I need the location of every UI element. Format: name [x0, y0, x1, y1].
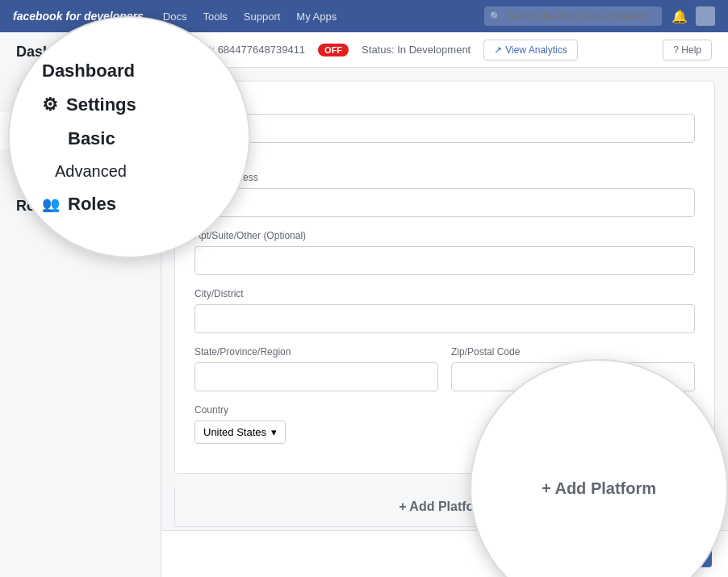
settings-circle-label: Settings — [66, 94, 136, 115]
apt-field-wrap: Apt/Suite/Other (Optional) — [195, 230, 695, 275]
city-input[interactable] — [195, 304, 695, 333]
nav-icons: 🔔 — [672, 6, 715, 26]
street-label: Street Address — [195, 172, 695, 183]
city-field-wrap: City/District — [195, 288, 695, 333]
state-label: State/Province/Region — [195, 346, 438, 357]
circle-menu-advanced[interactable]: Advanced — [42, 156, 216, 187]
nav-docs[interactable]: Docs — [163, 10, 187, 23]
email-input[interactable] — [195, 114, 695, 143]
state-field-wrap: State/Province/Region — [195, 346, 438, 391]
nav-circle-overlay: Dashboard ⚙ Settings Basic Advanced 👥 Ro… — [8, 16, 250, 258]
chevron-down-icon: ▾ — [271, 426, 277, 438]
add-platform-circle-text: + Add Platform — [542, 479, 656, 498]
status-text: Status: In Development — [362, 44, 471, 56]
view-analytics-button[interactable]: ↗ View Analytics — [483, 40, 577, 61]
circle-menu-roles[interactable]: 👥 Roles — [42, 187, 216, 221]
toggle-button[interactable]: OFF — [318, 44, 349, 56]
country-value: United States — [203, 426, 266, 438]
nav-support[interactable]: Support — [244, 10, 281, 23]
help-button[interactable]: ? Help — [663, 40, 712, 61]
nav-myapps[interactable]: My Apps — [296, 10, 337, 23]
street-input[interactable] — [195, 188, 695, 217]
email-field-wrap: Email — [195, 98, 695, 143]
nav-search-wrap — [484, 6, 662, 26]
country-select[interactable]: United States ▾ — [195, 420, 286, 444]
search-input[interactable] — [484, 6, 662, 26]
basic-circle-label: Basic — [68, 128, 115, 149]
circle-menu-settings[interactable]: ⚙ Settings — [42, 88, 216, 122]
state-input[interactable] — [195, 362, 438, 391]
email-label: Email — [195, 98, 695, 109]
app-bar: APP ID: 684477648739411 OFF Status: In D… — [161, 32, 728, 68]
help-icon: ? — [673, 44, 679, 56]
advanced-circle-label: Advanced — [55, 162, 127, 181]
dashboard-circle-label: Dashboard — [42, 61, 135, 82]
nav-links: Docs Tools Support My Apps — [163, 10, 484, 23]
apt-input[interactable] — [195, 246, 695, 275]
settings-gear-icon: ⚙ — [42, 94, 58, 115]
circle-menu-basic[interactable]: Basic — [42, 122, 216, 156]
zip-label: Zip/Postal Code — [451, 346, 695, 357]
circle-menu-dashboard[interactable]: Dashboard — [42, 54, 216, 88]
roles-circle-label: Roles — [68, 194, 116, 215]
user-avatar[interactable] — [696, 6, 715, 26]
roles-icon: 👥 — [42, 195, 60, 213]
nav-tools[interactable]: Tools — [203, 10, 227, 23]
analytics-icon: ↗ — [494, 44, 502, 56]
address-label: Address — [195, 156, 695, 167]
street-field-wrap: Street Address — [195, 172, 695, 217]
bell-icon[interactable]: 🔔 — [672, 9, 688, 24]
city-label: City/District — [195, 288, 695, 299]
toggle-wrap: OFF — [318, 44, 349, 56]
apt-label: Apt/Suite/Other (Optional) — [195, 230, 695, 241]
